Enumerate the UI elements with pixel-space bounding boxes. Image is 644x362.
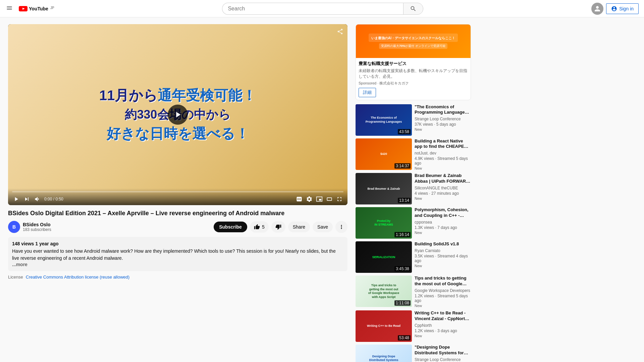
save-button[interactable]: Save <box>313 222 333 232</box>
ad-body: 豊富な転職支援サービス 未経験者の転職支援実績も多数、転機やスキルアップを目指し… <box>356 58 471 100</box>
recommendation-item[interactable]: The Economics ofProgramming Languages 43… <box>356 104 471 136</box>
rec-duration: 3:45:38 <box>394 266 411 272</box>
search-form <box>222 3 423 15</box>
rec-title: Building SolidJS v1.8 <box>415 241 471 247</box>
next-button[interactable] <box>23 195 31 203</box>
person-outline-icon <box>611 6 617 12</box>
sidebar: いま最強のAI・データサイエンスのスクールならここ！ 受講料の最大70%が還付 … <box>356 17 476 362</box>
ad-title: 豊富な転職支援サービス <box>359 61 468 67</box>
thumb-up-icon <box>254 224 260 230</box>
recommendation-item[interactable]: Brad Beumer & Zainab 13:14 Brad Beumer &… <box>356 173 471 204</box>
license-label: License <box>8 275 23 280</box>
rec-thumbnail: SERIALIZATION 3:45:38 <box>356 241 412 273</box>
video-stats: 148 views 1 year ago <box>12 241 343 246</box>
time-display: 0:00 / 0:50 <box>44 197 63 201</box>
rec-badge: New <box>415 231 471 235</box>
more-options-button[interactable] <box>335 221 347 233</box>
rec-title: Polymorphism, Cohesion, and Coupling in … <box>415 207 471 219</box>
license-link[interactable]: Creative Commons Attribution license (re… <box>26 275 129 280</box>
search-input[interactable] <box>222 3 403 15</box>
play-pause-button[interactable] <box>12 195 20 203</box>
header: YouTube JP Sign in <box>0 0 644 17</box>
recommendation-item[interactable]: Writing C++ to Be Read 53:48 Writing C++… <box>356 310 471 342</box>
settings-button[interactable] <box>305 195 313 203</box>
time-total: 0:50 <box>55 197 63 201</box>
video-player[interactable]: 11月から通年受検可能！ 約330会場の中から 好きな日時を選べる！ <box>8 24 347 205</box>
volume-button[interactable] <box>34 195 42 203</box>
avatar-button[interactable] <box>591 3 603 15</box>
ad-detail-button[interactable]: 詳細 <box>359 88 376 97</box>
rec-channel: Strange Loop Conference <box>415 357 471 362</box>
rec-badge: New <box>415 166 471 170</box>
like-button[interactable]: 5 <box>250 221 269 233</box>
header-right: Sign in <box>591 3 639 15</box>
search-button[interactable] <box>403 3 423 15</box>
channel-subscribers: 183 subscribers <box>23 227 211 232</box>
theater-button[interactable] <box>325 195 333 203</box>
rec-meta: 3.5K views · Streamed 4 days ago <box>415 254 471 263</box>
header-left: YouTube JP <box>5 4 54 13</box>
recommendation-item[interactable]: Tips and tricks togetting the most outof… <box>356 276 471 308</box>
play-button[interactable] <box>168 105 188 125</box>
recommendations-list: The Economics ofProgramming Languages 43… <box>356 104 471 362</box>
progress-bar[interactable] <box>12 191 343 192</box>
header-center <box>222 3 423 15</box>
hamburger-button[interactable] <box>5 4 13 13</box>
rec-channel: SiliconANGLE theCUBE <box>415 186 471 190</box>
rec-meta: 4 views · 27 minutes ago <box>415 191 471 196</box>
channel-avatar[interactable]: B <box>8 221 20 233</box>
rec-thumbnail: Tips and tricks togetting the most outof… <box>356 276 412 307</box>
settings-icon <box>306 196 313 202</box>
recommendation-item[interactable]: Designing DopeDistributed Systemsfor Out… <box>356 345 471 362</box>
fullscreen-icon <box>336 196 343 202</box>
video-controls: 0:00 / 0:50 <box>8 188 347 205</box>
like-count: 5 <box>262 224 265 230</box>
fullscreen-button[interactable] <box>335 195 343 203</box>
rec-channel: Strange Loop Conference <box>415 117 471 121</box>
rec-thumbnail: The Economics ofProgramming Languages 43… <box>356 104 412 136</box>
dislike-button[interactable] <box>271 221 285 233</box>
share-overlay-icon[interactable] <box>337 28 343 36</box>
share-button[interactable]: Share <box>288 222 310 232</box>
ad-orange-text: いま最強のAI・データサイエンスのスクールならここ！ <box>371 36 455 40</box>
channel-name[interactable]: BSides Oslo <box>23 222 211 227</box>
rec-title: "The Economics of Programming Languages"… <box>415 104 471 116</box>
show-more-button[interactable]: ...more <box>12 262 28 267</box>
rec-thumbnail: Designing DopeDistributed Systemsfor Out… <box>356 345 412 362</box>
rec-info: "The Economics of Programming Languages"… <box>415 104 471 136</box>
sign-in-label: Sign in <box>619 6 634 11</box>
rec-duration: 53:48 <box>398 335 411 341</box>
time-current: 0:00 <box>44 197 52 201</box>
more-vert-icon <box>338 224 344 230</box>
recommendation-item[interactable]: ProtoCityIN STREAMS 1:16:14 Polymorphism… <box>356 207 471 239</box>
jp-line3: 好きな日時を選べる！ <box>99 125 257 142</box>
rec-meta: 1.2K views · 3 days ago <box>415 328 471 333</box>
hamburger-icon <box>6 5 13 12</box>
rec-channel: cpponsea <box>415 220 471 225</box>
rec-info: Tips and tricks to getting the most out … <box>415 276 471 308</box>
miniplayer-button[interactable] <box>315 195 323 203</box>
rec-meta: 4.9K views · Streamed 5 days ago <box>415 156 471 166</box>
rec-duration: 1:16:14 <box>394 232 411 237</box>
jp-line1: 11月から通年受検可能！ <box>99 87 257 104</box>
rec-title: Writing C++ to Be Read - Vincent Zalzal … <box>415 310 471 322</box>
controls-row: 0:00 / 0:50 <box>12 195 343 203</box>
rec-channel: notJust. dev <box>415 151 471 156</box>
rec-duration: 13:14 <box>398 198 411 203</box>
rec-title: Tips and tricks to getting the most out … <box>415 276 471 287</box>
logo-jp-label: JP <box>50 6 54 10</box>
rec-title: Building a React Native app to find the … <box>415 138 471 150</box>
sign-in-button[interactable]: Sign in <box>606 3 639 14</box>
recommendation-item[interactable]: SERIALIZATION 3:45:38 Building SolidJS v… <box>356 241 471 273</box>
captions-button[interactable] <box>295 195 303 203</box>
channel-avatar-inner: B <box>8 221 20 233</box>
rec-thumbnail: Brad Beumer & Zainab 13:14 <box>356 173 412 204</box>
rec-info: Writing C++ to Be Read - Vincent Zalzal … <box>415 310 471 342</box>
recommendation-item[interactable]: $420 3:14:37 Building a React Native app… <box>356 138 471 171</box>
subscribe-button[interactable]: Subscribe <box>214 222 247 232</box>
youtube-logo[interactable]: YouTube JP <box>19 5 54 12</box>
rec-title: Brad Beumer & Zainab Abbas | UiPath FORW… <box>415 173 471 184</box>
rec-thumbnail: $420 3:14:37 <box>356 138 412 170</box>
rec-channel: Google Workspace Developers <box>415 288 471 293</box>
rec-meta: 1.3K views · 7 days ago <box>415 225 471 230</box>
